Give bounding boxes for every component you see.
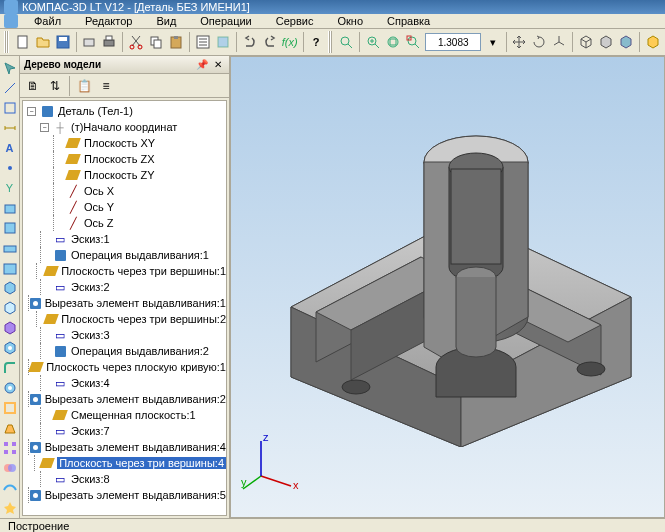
vtool-cut[interactable] <box>1 339 19 357</box>
svg-text:x: x <box>293 479 299 491</box>
vtool-misc[interactable] <box>1 499 19 517</box>
menu-help[interactable]: Справка <box>375 15 442 27</box>
vtool-fillet[interactable] <box>1 359 19 377</box>
toolbar-grip[interactable] <box>328 31 333 53</box>
svg-line-43 <box>261 476 291 486</box>
function-button[interactable]: f(x) <box>281 31 299 53</box>
tree-item[interactable]: ▭Эскиз:7 <box>23 423 226 439</box>
tree-item[interactable]: Плоскость ZY <box>23 167 226 183</box>
undo-button[interactable] <box>241 31 259 53</box>
library-button[interactable] <box>214 31 232 53</box>
vtool-hole[interactable] <box>1 379 19 397</box>
properties-button[interactable] <box>194 31 212 53</box>
svg-rect-25 <box>4 264 16 274</box>
rotate-button[interactable] <box>530 31 548 53</box>
shaded-button[interactable] <box>617 31 635 53</box>
svg-rect-29 <box>5 403 15 413</box>
vtool-box2[interactable] <box>1 219 19 237</box>
tree-item[interactable]: ▭Эскиз:1 <box>23 231 226 247</box>
toolbar-grip[interactable] <box>4 31 9 53</box>
pin-button[interactable]: 📌 <box>195 58 209 72</box>
vtool-y[interactable]: Y <box>1 179 19 197</box>
zoom-area-button[interactable] <box>337 31 355 53</box>
new-button[interactable] <box>14 31 32 53</box>
perspective-button[interactable] <box>644 31 662 53</box>
close-panel-button[interactable]: ✕ <box>211 58 225 72</box>
help-cursor-button[interactable]: ? <box>307 31 324 53</box>
orientation-button[interactable] <box>550 31 568 53</box>
save-button[interactable] <box>54 31 72 53</box>
tree-item[interactable]: ▭Эскиз:8 <box>23 471 226 487</box>
vtool-rib[interactable] <box>1 419 19 437</box>
open-button[interactable] <box>34 31 52 53</box>
vtool-dim[interactable] <box>1 119 19 137</box>
menu-view[interactable]: Вид <box>144 15 188 27</box>
tree-btn3[interactable]: 📋 <box>74 76 94 96</box>
print-button[interactable] <box>100 31 118 53</box>
model-tree-panel: Дерево модели 📌 ✕ 🗎 ⇅ 📋 ≡ −Деталь (Тел-1… <box>20 56 230 518</box>
cut-button[interactable] <box>127 31 145 53</box>
menu-operations[interactable]: Операции <box>188 15 263 27</box>
tree-item[interactable]: ╱Ось Y <box>23 199 226 215</box>
tree-item[interactable]: Плоскость через три вершины:1 <box>23 263 226 279</box>
tree-item[interactable]: Плоскость через три вершины:4 <box>23 455 226 471</box>
pan-button[interactable] <box>510 31 528 53</box>
tree-item[interactable]: Операция выдавливания:2 <box>23 343 226 359</box>
tree-item[interactable]: ▭Эскиз:2 <box>23 279 226 295</box>
vtool-bool[interactable] <box>1 459 19 477</box>
vtool-text[interactable]: A <box>1 139 19 157</box>
tree-item[interactable]: Вырезать элемент выдавливания:2 <box>23 391 226 407</box>
tree-item[interactable]: Плоскость ZX <box>23 151 226 167</box>
paste-button[interactable] <box>167 31 185 53</box>
vtool-select[interactable] <box>1 59 19 77</box>
vtool-extr[interactable] <box>1 319 19 337</box>
zoom-fit-button[interactable] <box>384 31 402 53</box>
hidden-button[interactable] <box>597 31 615 53</box>
tree-root[interactable]: −Деталь (Тел-1) <box>23 103 226 119</box>
tree-item[interactable]: ▭Эскиз:3 <box>23 327 226 343</box>
menu-window[interactable]: Окно <box>325 15 375 27</box>
tree-item[interactable]: Вырезать элемент выдавливания:5 <box>23 487 226 503</box>
tree-title: Дерево модели <box>24 59 193 70</box>
tree-item[interactable]: Плоскость через плоскую кривую:1 <box>23 359 226 375</box>
vtool-surf[interactable] <box>1 479 19 497</box>
tree-item[interactable]: ▭Эскиз:4 <box>23 375 226 391</box>
vtool-cube1[interactable] <box>1 279 19 297</box>
dropdown-icon[interactable]: ▾ <box>484 31 501 53</box>
vtool-box3[interactable] <box>1 239 19 257</box>
vtool-shell[interactable] <box>1 399 19 417</box>
vtool-line[interactable] <box>1 79 19 97</box>
tree-btn1[interactable]: 🗎 <box>23 76 43 96</box>
vtool-sketch[interactable] <box>1 99 19 117</box>
svg-point-18 <box>408 37 416 45</box>
menubar: Файл Редактор Вид Операции Сервис Окно С… <box>0 14 665 29</box>
tree-btn4[interactable]: ≡ <box>96 76 116 96</box>
vtool-box1[interactable] <box>1 199 19 217</box>
tree-item[interactable]: Вырезать элемент выдавливания:4 <box>23 439 226 455</box>
wireframe-button[interactable] <box>577 31 595 53</box>
tree-item[interactable]: Плоскость XY <box>23 135 226 151</box>
zoom-in-button[interactable] <box>364 31 382 53</box>
menu-file[interactable]: Файл <box>22 15 73 27</box>
tree-item[interactable]: Операция выдавливания:1 <box>23 247 226 263</box>
tree-item[interactable]: Плоскость через три вершины:2 <box>23 311 226 327</box>
tree-origin[interactable]: −┼(т)Начало координат <box>23 119 226 135</box>
zoom-input[interactable] <box>425 33 481 51</box>
tree-item[interactable]: Вырезать элемент выдавливания:1 <box>23 295 226 311</box>
menu-editor[interactable]: Редактор <box>73 15 144 27</box>
tree-body[interactable]: −Деталь (Тел-1) −┼(т)Начало координат Пл… <box>22 100 227 516</box>
tree-item[interactable]: Смещенная плоскость:1 <box>23 407 226 423</box>
redo-button[interactable] <box>261 31 279 53</box>
vtool-box4[interactable] <box>1 259 19 277</box>
tree-btn2[interactable]: ⇅ <box>45 76 65 96</box>
viewport-3d[interactable]: x y z <box>230 56 665 518</box>
vtool-point[interactable] <box>1 159 19 177</box>
tree-item[interactable]: ╱Ось X <box>23 183 226 199</box>
vtool-cube2[interactable] <box>1 299 19 317</box>
tree-item[interactable]: ╱Ось Z <box>23 215 226 231</box>
print-preview-button[interactable] <box>80 31 98 53</box>
menu-service[interactable]: Сервис <box>264 15 326 27</box>
zoom-all-button[interactable] <box>404 31 422 53</box>
vtool-pattern[interactable] <box>1 439 19 457</box>
copy-button[interactable] <box>147 31 165 53</box>
